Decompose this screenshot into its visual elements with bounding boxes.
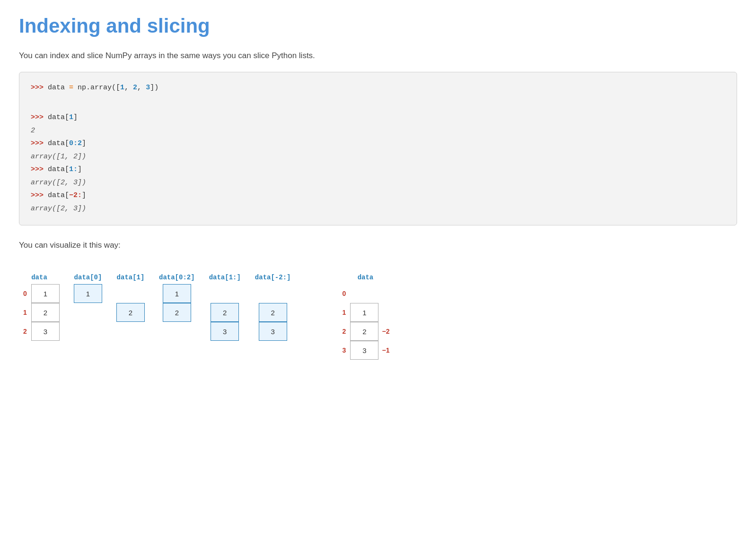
code-idx-4: −2: [69, 191, 82, 199]
code-text-4b: ] [78, 165, 82, 173]
code-output-2: array([1, 2]) [31, 151, 725, 163]
visualization: data 0 1 2 1 2 3 data[0] 1 data[1] [19, 269, 737, 374]
viz-data1s-table: data[1:] 2 3 [209, 274, 241, 341]
code-line-1: >>> data = np.array([1, 2, 3]) [31, 82, 725, 94]
viz-right-cells: 1 2 3 [350, 284, 378, 360]
data0-empty-1 [74, 303, 102, 322]
code-num-3: 3 [146, 84, 150, 92]
viz-data1s-cells: 2 3 [211, 284, 239, 341]
data-cell-2: 3 [31, 322, 60, 341]
code-text-1b: np.array([ [78, 84, 120, 92]
code-idx-2: 0:2 [69, 139, 82, 147]
viz-data1s-label: data[1:] [209, 274, 241, 281]
code-text-3b: ] [82, 139, 86, 147]
data-cell-1: 2 [31, 303, 60, 322]
viz-data-index-col: 0 1 2 [19, 284, 31, 341]
data02-cell-0: 1 [163, 284, 191, 303]
viz-dataneg2-cells: 2 3 [259, 284, 287, 341]
viz-data-right-grid: 0 1 2 3 1 2 3 −2 −1 [338, 284, 393, 360]
page-title: Indexing and slicing [19, 14, 737, 38]
viz-data-cells: 1 2 3 [31, 284, 60, 341]
viz-data02-grid: 1 2 [163, 284, 191, 341]
intro-paragraph: You can index and slice NumPy arrays in … [19, 51, 737, 61]
viz-dataneg2-label: data[-2:] [255, 274, 291, 281]
code-text-3a: data[ [48, 139, 69, 147]
ridx-0: 0 [338, 284, 350, 303]
viz-data02-label: data[0:2] [159, 274, 195, 281]
ridx-3: 3 [338, 341, 350, 360]
code-line-5: >>> data[−2:] [31, 190, 725, 202]
code-idx-1: 1 [69, 113, 73, 121]
data02-empty-2 [163, 322, 191, 341]
code-output-3: array([2, 3]) [31, 177, 725, 189]
viz-data1-cells: 2 [116, 284, 145, 341]
viz-data1s-grid: 2 3 [211, 284, 239, 341]
code-line-3: >>> data[0:2] [31, 138, 725, 150]
data1s-empty-0 [211, 284, 239, 303]
viz-data02-cells: 1 2 [163, 284, 191, 341]
data0-cell-0: 1 [74, 284, 102, 303]
dataneg2-cell-2: 3 [259, 322, 287, 341]
code-output-4: array([2, 3]) [31, 203, 725, 215]
rneg-idx-neg2: −2 [378, 322, 393, 341]
data1-empty-2 [116, 322, 145, 341]
code-num-1: 1 [120, 84, 124, 92]
viz-right-pos-index-col: 0 1 2 3 [338, 284, 350, 360]
prompt-1: >>> [31, 84, 48, 92]
ridx-2: 2 [338, 322, 350, 341]
code-text-1a: data [48, 84, 69, 92]
idx-0: 0 [19, 284, 31, 303]
idx-1: 1 [19, 303, 31, 322]
viz-data-right-table: data 0 1 2 3 1 2 3 −2 −1 [338, 274, 393, 360]
code-output-1: 2 [31, 125, 725, 137]
code-text-5b: ] [82, 191, 86, 199]
data1s-cell-1: 2 [211, 303, 239, 322]
viz-data1-label: data[1] [117, 274, 145, 281]
rneg-empty-top [378, 284, 393, 303]
viz-data0-label: data[0] [74, 274, 102, 281]
code-idx-3: 1: [69, 165, 78, 173]
rdata-cell-0: 1 [350, 303, 378, 322]
dataneg2-empty-0 [259, 284, 287, 303]
viz-data0-cells: 1 [74, 284, 102, 341]
prompt-3: >>> [31, 139, 48, 147]
code-text-2a: data[ [48, 113, 69, 121]
rneg-empty-0 [378, 303, 393, 322]
code-text-4a: data[ [48, 165, 69, 173]
prompt-2: >>> [31, 113, 48, 121]
prompt-5: >>> [31, 191, 48, 199]
rneg-idx-neg1: −1 [378, 341, 393, 360]
data02-cell-1: 2 [163, 303, 191, 322]
rdata-cell-2: 3 [350, 341, 378, 360]
viz-dataneg2-grid: 2 3 [259, 284, 287, 341]
rdata-empty-top [350, 284, 378, 303]
code-line-4: >>> data[1:] [31, 164, 725, 176]
data1s-cell-2: 3 [211, 322, 239, 341]
dataneg2-cell-1: 2 [259, 303, 287, 322]
data0-empty-2 [74, 322, 102, 341]
prompt-4: >>> [31, 165, 48, 173]
viz-data0-grid: 1 [74, 284, 102, 341]
code-comma-2: , [137, 84, 146, 92]
viz-data0-table: data[0] 1 [74, 274, 102, 341]
viz-right-neg-col: −2 −1 [378, 284, 393, 360]
viz-data1-grid: 2 [116, 284, 145, 341]
code-line-2: >>> data[1] [31, 112, 725, 124]
code-text-5a: data[ [48, 191, 69, 199]
viz-data-label: data [31, 274, 47, 281]
viz-data02-table: data[0:2] 1 2 [159, 274, 195, 341]
code-text-1c: ]) [150, 84, 158, 92]
viz-data1-table: data[1] 2 [116, 274, 145, 341]
code-num-2: 2 [133, 84, 137, 92]
code-spacer-1 [31, 95, 725, 107]
viz-paragraph: You can visualize it this way: [19, 241, 737, 250]
viz-dataneg2-table: data[-2:] 2 3 [255, 274, 291, 341]
ridx-1: 1 [338, 303, 350, 322]
viz-data-grid: 0 1 2 1 2 3 [19, 284, 60, 341]
rdata-cell-1: 2 [350, 322, 378, 341]
viz-data-table: data 0 1 2 1 2 3 [19, 274, 60, 341]
data1-empty-0 [116, 284, 145, 303]
idx-2: 2 [19, 322, 31, 341]
viz-data-right-label: data [358, 274, 374, 281]
code-equals: = [69, 84, 78, 92]
